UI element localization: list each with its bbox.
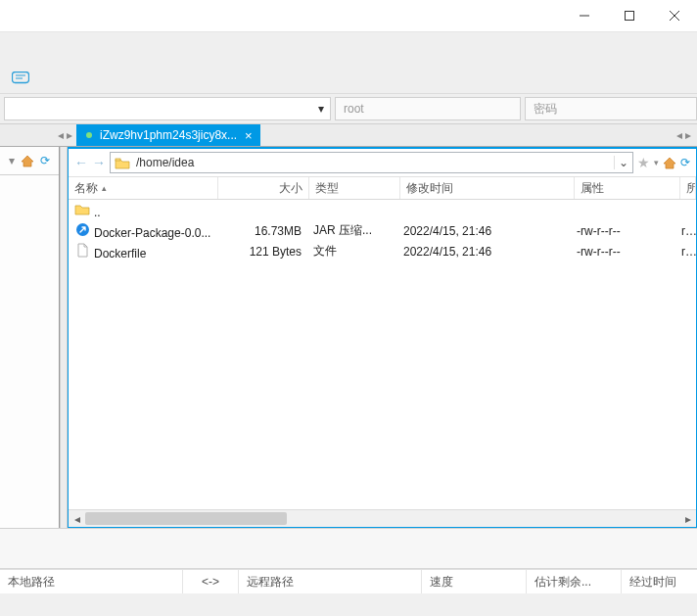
maximize-icon [625, 11, 634, 21]
col-name[interactable]: 名称▴ [69, 177, 218, 199]
status-remote-path[interactable]: 远程路径 [239, 570, 422, 593]
file-icon [74, 242, 90, 258]
remote-panel: ← → /home/idea ⌄ ★ ▾ ⟳ 名称▴ 大小 类型 修改时间 属性… [68, 147, 697, 528]
col-size[interactable]: 大小 [218, 177, 309, 199]
close-icon [670, 11, 679, 21]
svg-rect-1 [626, 12, 634, 21]
minimize-icon [580, 11, 589, 21]
col-owner[interactable]: 所有 [680, 177, 696, 199]
refresh-button[interactable]: ⟳ [680, 156, 690, 169]
refresh-icon[interactable]: ⟳ [40, 154, 50, 167]
scroll-right-button[interactable]: ▸ [679, 510, 696, 527]
tab-close-button[interactable]: × [245, 128, 253, 143]
scroll-left-button[interactable]: ◂ [69, 510, 85, 527]
minimize-button[interactable] [562, 0, 607, 31]
address-bar: ← → /home/idea ⌄ ★ ▾ ⟳ [69, 149, 696, 177]
bookmark-button[interactable]: ★ [637, 155, 650, 170]
local-toolbar: ▾ ⟳ [0, 147, 59, 175]
chat-icon[interactable] [12, 71, 29, 85]
transfer-area [0, 529, 697, 569]
local-panel: ▾ ⟳ [0, 147, 60, 528]
col-modified[interactable]: 修改时间 [400, 177, 575, 199]
file-list[interactable]: .. Docker-Package-0.0... 16.73MB JAR 压缩.… [69, 200, 696, 509]
col-type[interactable]: 类型 [309, 177, 400, 199]
status-elapsed[interactable]: 经过时间 [622, 570, 697, 593]
folder-icon [115, 157, 130, 169]
forward-button[interactable]: → [92, 155, 106, 170]
tab-nav-left[interactable]: ◂ ▸ [0, 124, 76, 146]
username-field[interactable]: root [335, 97, 521, 120]
toolbar-upper [0, 32, 697, 94]
password-field[interactable]: 密码 [525, 97, 697, 120]
svg-rect-7 [116, 159, 120, 161]
close-button[interactable] [652, 0, 697, 31]
path-input[interactable]: /home/idea ⌄ [110, 152, 633, 173]
sort-asc-icon: ▴ [102, 183, 107, 193]
scroll-track[interactable] [85, 510, 679, 527]
session-tab-active[interactable]: iZwz9hv1phm24s3jicy8x... × [76, 124, 260, 146]
path-text: /home/idea [134, 156, 614, 169]
session-tab-bar: ◂ ▸ iZwz9hv1phm24s3jicy8x... × ◂ ▸ [0, 124, 697, 147]
transfer-status-header: 本地路径 <-> 远程路径 速度 估计剩余... 经过时间 [0, 569, 697, 593]
chevron-down-icon[interactable]: ▾ [9, 154, 15, 167]
horizontal-scrollbar[interactable]: ◂ ▸ [69, 509, 696, 527]
folder-up-icon [74, 202, 90, 217]
host-dropdown[interactable]: ▾ [4, 97, 331, 120]
main-area: ▾ ⟳ ← → /home/idea ⌄ ★ ▾ ⟳ [0, 147, 697, 529]
session-tab-label: iZwz9hv1phm24s3jicy8x... [100, 128, 237, 142]
parent-dir-row[interactable]: .. [69, 200, 696, 220]
scroll-thumb[interactable] [85, 512, 287, 525]
status-local-path[interactable]: 本地路径 [0, 570, 183, 593]
bookmark-dropdown[interactable]: ▾ [654, 158, 659, 167]
back-button[interactable]: ← [74, 155, 88, 170]
col-attributes[interactable]: 属性 [575, 177, 680, 199]
split-handle[interactable] [60, 147, 68, 528]
window-titlebar [0, 0, 697, 32]
svg-rect-4 [13, 72, 29, 83]
home-button[interactable] [663, 157, 676, 169]
maximize-button[interactable] [607, 0, 652, 31]
jar-file-icon [74, 221, 90, 237]
status-dot-icon [86, 132, 92, 138]
file-list-header: 名称▴ 大小 类型 修改时间 属性 所有 [69, 177, 696, 200]
connection-bar: ▾ root 密码 [0, 94, 697, 124]
tab-nav-right[interactable]: ◂ ▸ [260, 124, 697, 146]
file-row[interactable]: Dockerfile 121 Bytes 文件 2022/4/15, 21:46… [69, 241, 696, 261]
chevron-down-icon: ▾ [318, 102, 324, 116]
status-speed[interactable]: 速度 [422, 570, 527, 593]
home-icon[interactable] [21, 155, 34, 167]
status-direction[interactable]: <-> [183, 570, 239, 593]
path-dropdown[interactable]: ⌄ [614, 156, 632, 169]
file-row[interactable]: Docker-Package-0.0... 16.73MB JAR 压缩... … [69, 220, 696, 241]
status-eta[interactable]: 估计剩余... [527, 570, 622, 593]
